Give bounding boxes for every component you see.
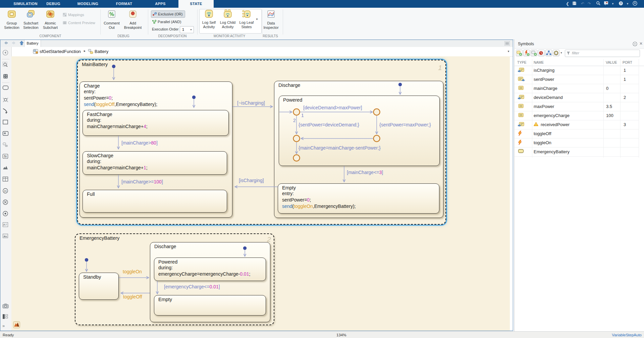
camera-icon[interactable] — [2, 303, 9, 310]
symbols-filter-input[interactable]: filter — [565, 50, 640, 57]
solver-setting[interactable]: VariableStepAuto — [612, 333, 642, 337]
explorer-toggle-icon[interactable] — [2, 50, 9, 56]
label-ischarging[interactable]: [isCharging] — [239, 178, 264, 183]
column-header-name[interactable]: NAME — [534, 60, 544, 64]
close-icon[interactable]: ✕ — [639, 41, 643, 46]
entry-junction-icon[interactable] — [2, 211, 9, 217]
label-toggleoff[interactable]: toggleOff — [123, 294, 142, 299]
label-maincharge-3[interactable]: [mainCharge<=3] — [347, 170, 383, 175]
link-tool-icon[interactable] — [2, 142, 9, 149]
forward-icon[interactable] — [11, 41, 16, 47]
execution-order-dropdown[interactable]: 1 ▼ — [180, 26, 194, 33]
matlab-function-icon[interactable] — [2, 165, 9, 172]
symbol-row[interactable]: maxPower 3.5 — [515, 102, 639, 111]
truth-table-icon[interactable] — [2, 176, 9, 183]
collapse-chevron-icon[interactable]: ❮ — [565, 1, 571, 7]
chevron-down-icon[interactable]: ▼ — [610, 1, 616, 7]
label-devicedemand-maxpower[interactable]: [deviceDemand>maxPower] — [303, 105, 362, 110]
state-full[interactable]: Full — [83, 190, 227, 213]
image-tool-icon[interactable] — [2, 233, 9, 240]
state-fastcharge[interactable]: FastCharge during: mainCharge=mainCharge… — [83, 110, 229, 136]
breadcrumb-model[interactable]: sfGetStartedFunction — [40, 49, 81, 54]
annotation-tool-icon[interactable]: A — [2, 222, 9, 229]
add-message-icon[interactable] — [531, 50, 537, 56]
document-tab-battery[interactable]: Battery — [24, 40, 41, 47]
log-leaf-states-button[interactable]: Log Leaf States — [237, 9, 256, 29]
label-not-ischarging[interactable]: [~isCharging] — [237, 100, 265, 106]
tab-apps[interactable]: APPS — [151, 0, 170, 8]
history-junction-icon[interactable]: H — [2, 188, 9, 194]
zoom-region-icon[interactable] — [2, 62, 9, 68]
chart-badge-icon[interactable] — [13, 321, 20, 330]
symbol-row[interactable]: isCharging 1 — [515, 66, 639, 75]
cross-junction-icon[interactable] — [2, 199, 9, 206]
exclusive-or-button[interactable]: Exclusive (OR) — [151, 10, 185, 18]
label-maincharge-sentpower[interactable]: {mainCharge=mainCharge-sentPower;} — [299, 145, 381, 151]
tab-format[interactable]: FORMAT — [111, 0, 138, 8]
comment-out-button[interactable]: % Comment Out — [102, 9, 122, 30]
state-empty-main[interactable]: Empty entry: sentPower=0; send(toggleOn,… — [278, 183, 439, 214]
search-icon[interactable] — [595, 1, 601, 7]
transition-tool-icon[interactable] — [2, 108, 9, 115]
column-header-type[interactable]: TYPE — [517, 60, 526, 64]
redo-icon[interactable]: ↷ — [586, 1, 592, 7]
chevron-down-icon[interactable]: ▼ — [625, 1, 631, 7]
add-event-icon[interactable] — [523, 50, 530, 56]
subchart-tool-icon[interactable] — [2, 131, 9, 137]
help-icon[interactable]: ? — [618, 1, 624, 7]
subchart-selection-button[interactable]: Subchart Selection — [21, 9, 41, 30]
chart-canvas[interactable]: MainBattery 1 Charge entry: sentPower=0;… — [11, 56, 510, 331]
group-selection-button[interactable]: Group Selection — [2, 9, 22, 30]
state-standby[interactable]: Standby — [79, 273, 119, 300]
tab-modeling[interactable]: MODELING — [72, 0, 103, 8]
label-sentpower-devicedemand[interactable]: {sentPower=deviceDemand;} — [299, 122, 359, 127]
tab-state[interactable]: STATE — [178, 0, 214, 8]
symbol-row[interactable]: toggleOff — [515, 129, 639, 138]
state-empty-emergency[interactable]: Empty — [154, 295, 266, 316]
panel-menu-icon[interactable] — [633, 42, 637, 48]
box-tool-icon[interactable] — [2, 119, 9, 126]
back-icon[interactable] — [3, 41, 8, 47]
symbol-row[interactable]: receivedPower 3 — [515, 120, 639, 129]
screenshot-icon[interactable] — [603, 1, 609, 7]
data-inspector-button[interactable]: Data Inspector — [261, 9, 281, 30]
symbol-value[interactable]: 100 — [606, 113, 613, 118]
dropdown-icon[interactable]: ▼ — [507, 50, 510, 53]
symbol-row[interactable]: emergencyCharge 100 — [515, 111, 639, 120]
settings-icon[interactable] — [553, 50, 559, 56]
save-icon[interactable] — [571, 1, 577, 7]
log-child-activity-button[interactable]: Log Child Activity — [219, 9, 237, 29]
chevron-down-icon[interactable]: ▼ — [560, 52, 562, 54]
symbol-row[interactable]: EmergencyBattery — [515, 147, 639, 157]
symbol-value[interactable]: 3.5 — [606, 104, 612, 109]
symbol-row[interactable]: mainCharge 0 — [515, 84, 639, 93]
label-sentpower-maxpower[interactable]: {sentPower=maxPower;} — [379, 122, 431, 127]
label-maincharge-80[interactable]: [mainCharge>80] — [121, 140, 158, 146]
add-breakpoint-button[interactable]: Add Breakpoint — [123, 9, 143, 30]
model-browser-icon[interactable] — [2, 314, 9, 321]
up-icon[interactable] — [19, 41, 24, 47]
atomic-subchart-button[interactable]: Atomic Subchart — [40, 9, 60, 30]
state-tool-icon[interactable] — [2, 85, 9, 92]
column-header-value[interactable]: VALUE — [606, 60, 617, 64]
state-slowcharge[interactable]: SlowCharge during: mainCharge=mainCharge… — [83, 151, 227, 175]
hierarchy-view-icon[interactable] — [545, 50, 552, 56]
function-tool-icon[interactable]: fx — [2, 154, 9, 160]
parallel-and-button[interactable]: Parallel (AND) — [151, 18, 184, 25]
add-data-icon[interactable] — [516, 50, 523, 56]
column-header-port[interactable]: PORT — [623, 60, 632, 64]
symbol-row[interactable]: sentPower 1 — [515, 75, 639, 84]
account-icon[interactable] — [632, 1, 638, 7]
label-emergencycharge[interactable]: [emergencyCharge<=0.01] — [164, 284, 220, 289]
tab-simulation[interactable]: SIMULATION — [8, 0, 43, 8]
junction-tool-icon[interactable] — [2, 97, 9, 103]
symbol-value[interactable]: 0 — [606, 86, 608, 91]
tab-debug[interactable]: DEBUG — [43, 0, 64, 8]
label-maincharge-100[interactable]: [mainCharge>=100] — [121, 179, 163, 184]
undo-icon[interactable]: ↶ — [580, 1, 586, 7]
log-self-activity-button[interactable]: Log Self Activity — [200, 9, 218, 29]
fit-view-icon[interactable] — [2, 73, 9, 80]
list-icon[interactable] — [504, 41, 510, 47]
state-powered-emergency[interactable]: Powered during: emergencyCharge=emergenc… — [154, 258, 266, 281]
resolve-symbols-icon[interactable] — [538, 50, 545, 56]
